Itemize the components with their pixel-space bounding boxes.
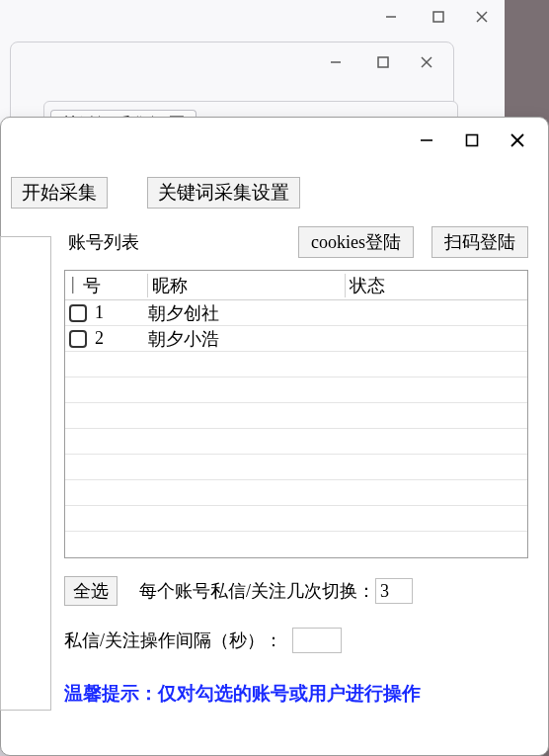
cookies-login-button[interactable]: cookies登陆 xyxy=(298,226,414,258)
table-row[interactable]: 1 朝夕创社 xyxy=(65,300,527,326)
interval-input[interactable] xyxy=(292,628,342,653)
close-icon[interactable] xyxy=(459,0,505,37)
table-row[interactable]: 2 朝夕小浩 xyxy=(65,326,527,352)
row-checkbox[interactable] xyxy=(69,304,87,322)
maximize-icon[interactable] xyxy=(416,0,461,37)
account-table: 号 昵称 状态 1 朝夕创社 2 朝夕小浩 xyxy=(64,270,528,558)
table-row xyxy=(65,429,527,455)
close-icon[interactable] xyxy=(404,42,449,82)
row-num: 2 xyxy=(95,328,104,349)
maximize-icon[interactable] xyxy=(360,42,406,82)
minimize-icon[interactable] xyxy=(368,0,414,37)
minimize-button[interactable] xyxy=(404,121,449,160)
col-number[interactable]: 号 xyxy=(65,274,148,297)
table-row xyxy=(65,352,527,378)
main-window: 开始采集 关键词采集设置 账号列表 cookies登陆 扫码登陆 号 昵称 状态… xyxy=(0,117,549,756)
col-nickname[interactable]: 昵称 xyxy=(148,274,346,297)
table-row xyxy=(65,403,527,429)
interval-label: 私信/关注操作间隔（秒）： xyxy=(64,629,282,652)
table-row xyxy=(65,506,527,532)
svg-rect-9 xyxy=(467,135,478,146)
table-row xyxy=(65,480,527,506)
left-listbox[interactable] xyxy=(0,236,51,711)
col-status[interactable]: 状态 xyxy=(346,274,527,297)
table-row xyxy=(65,455,527,480)
qr-login-button[interactable]: 扫码登陆 xyxy=(431,226,528,258)
close-button[interactable] xyxy=(495,121,540,160)
row-checkbox[interactable] xyxy=(69,330,87,348)
minimize-icon[interactable] xyxy=(313,42,358,82)
start-collect-button[interactable]: 开始采集 xyxy=(11,177,108,209)
account-list-label: 账号列表 xyxy=(68,230,139,254)
row-num: 1 xyxy=(95,302,104,323)
row-nick: 朝夕创社 xyxy=(148,301,346,325)
table-row xyxy=(65,378,527,403)
keyword-settings-button[interactable]: 关键词采集设置 xyxy=(147,177,300,209)
switch-label: 每个账号私信/关注几次切换： xyxy=(139,579,375,603)
switch-count-input[interactable] xyxy=(375,578,413,604)
select-all-button[interactable]: 全选 xyxy=(64,576,118,606)
maximize-button[interactable] xyxy=(449,121,495,160)
row-nick: 朝夕小浩 xyxy=(148,327,346,351)
svg-rect-5 xyxy=(378,57,388,67)
titlebar xyxy=(1,118,548,163)
hint-text: 温馨提示：仅对勾选的账号或用户进行操作 xyxy=(44,681,528,707)
svg-rect-1 xyxy=(433,12,443,22)
